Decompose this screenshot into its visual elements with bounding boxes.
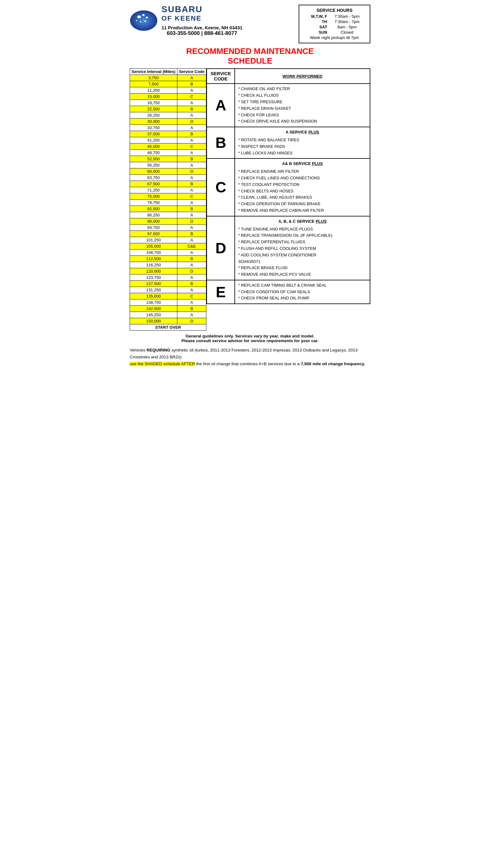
footer-note: General guidelines only. Services vary b… [130, 334, 370, 343]
code-cell: B [177, 231, 206, 237]
table-row: 127,500B [130, 281, 206, 287]
miles-cell: 30,000 [130, 119, 177, 125]
table-row: 90,000D [130, 218, 206, 225]
code-cell: A [177, 162, 206, 168]
service-item: * REMOVE AND REPLACE PCV VALVE [238, 271, 366, 278]
code-cell: D [177, 268, 206, 274]
table-row: 120,000D [130, 268, 206, 274]
work-performed-header: WORK PERFORMED [282, 74, 322, 79]
footer-bottom: Vehicles REQUIRING synthetic oil (turbos… [130, 347, 370, 367]
miles-cell: 142,500 [130, 306, 177, 312]
code-cell: A [177, 212, 206, 218]
service-item: * CHANGE OIL AND FILTER [238, 86, 366, 92]
code-cell: A [177, 274, 206, 281]
miles-cell: 3,750 [130, 75, 177, 81]
miles-cell: 7,500 [130, 81, 177, 87]
service-item: * ROTATE AND BALANCE TIRES [238, 137, 366, 144]
miles-cell: 127,500 [130, 281, 177, 287]
table-row: 22,500B [130, 106, 206, 112]
hours-row-full: Week night pickups till 7pm [303, 35, 366, 40]
hours-time: 7:30am - 7pm [328, 19, 366, 24]
service-item: * CHECK ALL FLUIDS [238, 92, 366, 99]
table-row: 138,750A [130, 300, 206, 306]
code-cell: A [177, 200, 206, 206]
code-cell: A [177, 112, 206, 119]
svg-point-4 [144, 21, 146, 22]
start-over-label: START OVER [130, 324, 206, 330]
table-row: 142,500B [130, 306, 206, 312]
table-row: 52,500B [130, 156, 206, 162]
code-cell: B [177, 106, 206, 112]
code-cell: D [177, 119, 206, 125]
service-letter-cell: B [207, 127, 235, 158]
service-letter-cell: D [207, 216, 235, 280]
service-item: * REPLACE DIFFERENTIAL FLUIDS [238, 239, 366, 246]
table-row: 145,250A [130, 312, 206, 318]
footer-para1-pre: Vehicles [130, 348, 147, 352]
schedule-table: Service Interval (Miles) Service Code 3,… [130, 68, 206, 330]
service-item: * REPLACE BRAKE FLUID [238, 265, 366, 271]
table-row: 71,250A [130, 187, 206, 193]
brand-name: SUBARU [161, 5, 242, 14]
table-row: 93,750A [130, 225, 206, 231]
table-row: 108,750A [130, 249, 206, 256]
service-item: * CHECK BELTS AND HOSES [238, 188, 366, 195]
miles-cell: 71,250 [130, 187, 177, 193]
hours-days: SUN [303, 30, 328, 35]
code-cell: B [177, 81, 206, 87]
service-item: * ADD COOLING SYSTEM CONDITIONER [238, 252, 366, 259]
service-item: * CHECK FOR LEAKS [238, 112, 366, 119]
miles-cell: 138,750 [130, 300, 177, 306]
table-row: 82,500B [130, 206, 206, 212]
subaru-logo-icon [130, 10, 158, 31]
service-item: * SET TIRE PRESSURE [238, 99, 366, 105]
code-cell: A [177, 262, 206, 268]
table-row: 112,500B [130, 256, 206, 262]
code-cell: C [177, 293, 206, 300]
service-item: * FLUSH AND REFILL COOLING SYSTEM [238, 246, 366, 252]
footer-requiring: REQUIRING [147, 348, 171, 352]
work-content-cell: A& B SERVICE PLUS* REPLACE ENGINE AIR FI… [235, 158, 370, 216]
code-cell: B [177, 281, 206, 287]
service-row: B A SERVICE PLUS* ROTATE AND BALANCE TIR… [207, 127, 370, 158]
miles-cell: 135,000 [130, 293, 177, 300]
table-row: 7,500B [130, 81, 206, 87]
miles-cell: 123,750 [130, 274, 177, 281]
table-row: 116,250A [130, 262, 206, 268]
service-heading: A, B, & C SERVICE PLUS [238, 218, 366, 225]
miles-cell: 15,000 [130, 93, 177, 100]
work-content-cell: A, B, & C SERVICE PLUS* TUNE ENGINE AND … [235, 216, 370, 280]
miles-cell: 120,000 [130, 268, 177, 274]
table-row: 56,250A [130, 162, 206, 168]
table-row: 26,250A [130, 112, 206, 119]
start-over-row: START OVER [130, 324, 206, 330]
miles-cell: 90,000 [130, 218, 177, 225]
work-content-cell: * REPLACE CAM TIMING BELT & CRANK SEAL* … [235, 280, 370, 304]
table-row: 67,500B [130, 181, 206, 187]
miles-cell: 22,500 [130, 106, 177, 112]
address-line: 11 Production Ave, Keene, NH 03431 [161, 25, 242, 30]
brand-text: SUBARU OF KEENE 11 Production Ave, Keene… [161, 5, 242, 36]
service-item: * CHECK OPERATION OF PARKING BRAKE [238, 201, 366, 207]
service-item: * REPLACE ENGINE AIR FILTER [238, 168, 366, 175]
code-cell: B [177, 181, 206, 187]
schedule-col1-header: Service Interval (Miles) [130, 69, 177, 75]
code-cell: B [177, 306, 206, 312]
code-cell: A [177, 287, 206, 293]
service-item: * REMOVE AND REPLACE CABIN AIR FILTER [238, 207, 366, 214]
work-content-cell: * CHANGE OIL AND FILTER* CHECK ALL FLUID… [235, 83, 370, 127]
code-cell: C [177, 144, 206, 150]
table-row: 78,750A [130, 200, 206, 206]
service-item: SOA635071 [238, 259, 366, 265]
miles-cell: 145,250 [130, 312, 177, 318]
miles-cell: 78,750 [130, 200, 177, 206]
service-item: * CHECK DRIVE AXLE AND SUSPENSION [238, 118, 366, 125]
table-row: 33,750A [130, 125, 206, 131]
code-cell: C [177, 193, 206, 200]
service-row: D A, B, & C SERVICE PLUS* TUNE ENGINE AN… [207, 216, 370, 280]
work-performed-col-header: WORK PERFORMED [235, 69, 370, 83]
table-row: 37,500B [130, 131, 206, 137]
service-code-col-header: SERVICE CODE [207, 69, 235, 83]
hours-days: TH [303, 19, 328, 24]
hours-table: M,T,W, F7:30am - 5pmTH7:30am - 7pmSAT8am… [303, 14, 366, 40]
